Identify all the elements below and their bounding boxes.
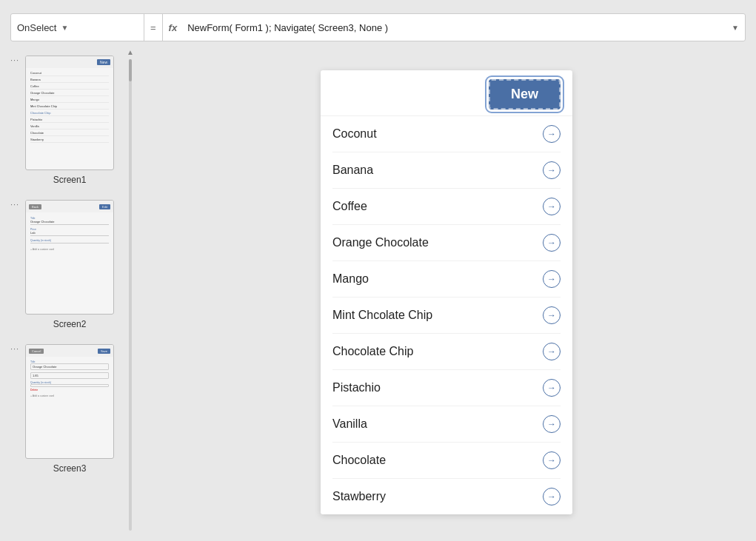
screen1-list-item: Vanilla	[30, 123, 109, 130]
trigger-dropdown-arrow: ▼	[61, 24, 68, 32]
app-preview-header: New	[321, 70, 572, 116]
screen1-list: Coconut Banana Coffee Orange Chocolate M…	[30, 70, 109, 143]
list-item-text: Banana	[332, 164, 373, 177]
scroll-up-arrow[interactable]: ▲	[127, 48, 134, 56]
list-item[interactable]: Mango →	[332, 261, 561, 298]
formula-expression[interactable]: NewForm( Form1 ); Navigate( Screen3, Non…	[183, 22, 726, 33]
sidebar: ··· New Coconut Banana Coffee Orange Cho…	[10, 48, 129, 534]
screen3-thumbnail[interactable]: Cancel Save Title Orange Chocolate 1.85 …	[25, 344, 114, 459]
screen2-edit-btn: Edit	[99, 204, 110, 209]
formula-bar: OnSelect ▼ = fx NewForm( Form1 ); Naviga…	[10, 13, 746, 41]
screen1-list-item: Mint Chocolate Chip	[30, 103, 109, 110]
list-item-text: Vanilla	[332, 417, 367, 431]
screen1-list-item: Pistachio	[30, 116, 109, 123]
list-item[interactable]: Mint Chcolate Chip →	[332, 298, 561, 334]
app-preview-panel: New Coconut → Banana → Coffee → Orange C…	[321, 70, 572, 514]
screen2-dots[interactable]: ···	[10, 200, 19, 209]
screen2-thumbnail[interactable]: Back Edit Title Orange Chocolate Price L…	[25, 200, 114, 315]
screen1-dots[interactable]: ···	[10, 56, 19, 64]
list-item-text: Mango	[332, 272, 369, 286]
list-item[interactable]: Chocolate Chip →	[332, 334, 561, 370]
list-item-arrow[interactable]: →	[543, 488, 561, 505]
screen1-thumbnail[interactable]: New Coconut Banana Coffee Orange Chocola…	[25, 56, 114, 170]
list-item[interactable]: Orange Chocolate →	[332, 225, 561, 261]
screen3-body: Title Orange Chocolate 1.85 Quantity (in…	[30, 358, 109, 397]
new-button[interactable]: New	[489, 79, 561, 110]
screen1-new-btn: New	[97, 59, 110, 65]
equals-sign: =	[144, 14, 163, 41]
list-item-text: Orange Chocolate	[332, 236, 429, 249]
trigger-selector[interactable]: OnSelect ▼	[11, 14, 144, 41]
formula-expand-arrow[interactable]: ▼	[726, 24, 745, 32]
list-item-arrow[interactable]: →	[543, 161, 561, 179]
list-item[interactable]: Banana →	[332, 152, 561, 189]
screen1-header: New	[26, 56, 113, 68]
screen2-body: Title Orange Chocolate Price Lab Quantit…	[30, 214, 109, 251]
screen1-list-item: Coffee	[30, 83, 109, 90]
list-item-text: Chocolate	[332, 454, 386, 467]
screen2-label: Screen2	[53, 319, 87, 329]
screen3-header: Cancel Save	[26, 345, 113, 357]
sidebar-scrollbar[interactable]: ▲	[127, 48, 133, 534]
list-item-arrow[interactable]: →	[543, 198, 561, 215]
list-item[interactable]: Vanilla →	[332, 406, 561, 443]
list-item[interactable]: Pistachio →	[332, 370, 561, 406]
sidebar-item-screen1[interactable]: ··· New Coconut Banana Coffee Orange Cho…	[10, 56, 129, 185]
screen1-list-item: Orange Chocolate	[30, 90, 109, 96]
trigger-label: OnSelect	[17, 22, 56, 33]
screen1-label: Screen1	[53, 175, 87, 185]
screen2-back-btn: Back	[29, 204, 41, 209]
sidebar-item-screen2[interactable]: ··· Back Edit Title Orange Chocolate Pri…	[10, 200, 129, 329]
list-item[interactable]: Coconut →	[332, 116, 561, 152]
list-item-arrow[interactable]: →	[543, 451, 561, 469]
sidebar-item-screen3[interactable]: ··· Cancel Save Title Orange Chocolate 1…	[10, 344, 129, 474]
list-item-arrow[interactable]: →	[543, 234, 561, 252]
list-item[interactable]: Coffee →	[332, 189, 561, 225]
list-item[interactable]: Stawberry →	[332, 479, 561, 514]
screen1-list-item: Mango	[30, 96, 109, 103]
list-item-arrow[interactable]: →	[543, 379, 561, 397]
list-item-arrow[interactable]: →	[543, 415, 561, 433]
list-item-arrow[interactable]: →	[543, 306, 561, 324]
screen1-list-item: Chocolate Chip	[30, 110, 109, 116]
screen3-cancel-btn: Cancel	[29, 349, 44, 354]
screen3-dots[interactable]: ···	[10, 344, 19, 353]
list-item-arrow[interactable]: →	[543, 125, 561, 143]
screen2-header: Back Edit	[26, 201, 113, 212]
list-item[interactable]: Chocolate →	[332, 443, 561, 479]
list-item-text: Coconut	[332, 127, 377, 141]
screen3-label: Screen3	[53, 463, 87, 474]
list-item-text: Coffee	[332, 200, 367, 213]
list-item-arrow[interactable]: →	[543, 343, 561, 360]
screen1-list-item: Stawberry	[30, 136, 109, 143]
list-item-text: Stawberry	[332, 490, 386, 503]
scroll-thumb[interactable]	[129, 59, 132, 81]
screen1-list-item: Coconut	[30, 70, 109, 76]
screen1-list-item: Banana	[30, 76, 109, 83]
list-item-text: Pistachio	[332, 381, 381, 394]
fx-label: fx	[163, 22, 184, 33]
scroll-track[interactable]	[129, 59, 132, 531]
list-item-arrow[interactable]: →	[543, 270, 561, 288]
list-item-text: Mint Chcolate Chip	[332, 309, 432, 322]
main-canvas: New Coconut → Banana → Coffee → Orange C…	[137, 48, 756, 541]
list-item-text: Chocolate Chip	[332, 345, 413, 358]
app-list: Coconut → Banana → Coffee → Orange Choco…	[321, 116, 572, 514]
screen3-save-btn: Save	[98, 349, 110, 354]
screen1-list-item: Chocolate	[30, 130, 109, 136]
